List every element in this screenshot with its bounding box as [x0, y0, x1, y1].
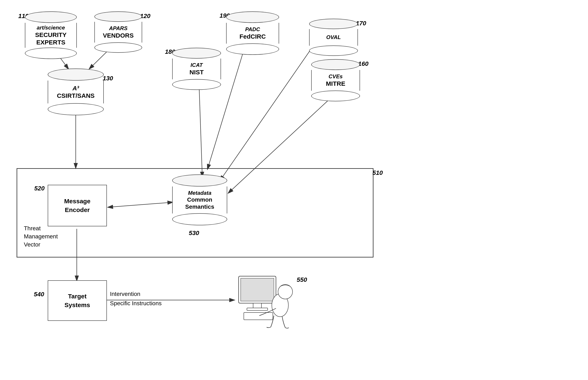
- fedcirc-main-label: FedCIRC: [239, 33, 266, 40]
- vendors-main-label: VENDORS: [103, 32, 134, 39]
- security-experts-main-label: SECURITYEXPERTS: [35, 31, 67, 46]
- common-semantics-node: Metadata CommonSemantics: [170, 174, 229, 225]
- computer-number: 550: [297, 276, 307, 283]
- oval-italic-label: OVAL: [326, 34, 341, 40]
- message-encoder-number: 520: [34, 185, 45, 192]
- computer-svg: [232, 274, 299, 330]
- mitre-italic-label: CVEs: [329, 73, 343, 80]
- target-systems-box: TargetSystems: [48, 280, 107, 321]
- intervention-label: Intervention: [110, 291, 140, 297]
- message-encoder-box: MessageEncoder: [48, 185, 107, 226]
- main-rect-number: 510: [373, 169, 383, 176]
- target-systems-number: 540: [34, 291, 44, 298]
- svg-line-6: [199, 88, 202, 177]
- diagram-container: art/science SECURITYEXPERTS 110 APARS VE…: [0, 0, 588, 380]
- vendors-italic-label: APARS: [109, 25, 127, 32]
- target-systems-label: TargetSystems: [65, 292, 90, 309]
- common-semantics-main-label: CommonSemantics: [185, 196, 214, 210]
- vendors-node: APARS VENDORS: [92, 11, 144, 53]
- nist-italic-label: ICAT: [191, 62, 203, 68]
- svg-rect-16: [244, 313, 273, 320]
- mitre-node: CVEs MITRE: [309, 59, 362, 101]
- oval-node: OVAL: [307, 19, 360, 56]
- fedcirc-node: PADC FedCIRC: [224, 11, 281, 55]
- nist-main-label: NIST: [189, 69, 204, 76]
- specific-instructions-label: Specific Instructions: [110, 300, 162, 307]
- svg-rect-13: [241, 278, 274, 301]
- svg-rect-15: [247, 308, 268, 310]
- threat-management-vector-label: ThreatManagementVector: [24, 224, 58, 249]
- svg-line-3: [89, 51, 108, 69]
- message-encoder-label: MessageEncoder: [64, 197, 90, 214]
- csirt-number: 130: [103, 75, 113, 82]
- fedcirc-italic-label: PADC: [245, 26, 260, 33]
- security-experts-node: art/science SECURITYEXPERTS: [23, 11, 79, 59]
- common-semantics-italic-label: Metadata: [188, 190, 212, 196]
- csirt-italic-label: A³: [72, 85, 79, 92]
- mitre-main-label: MITRE: [326, 80, 345, 87]
- computer-illustration: [232, 274, 299, 330]
- csirt-sans-node: A³ CSIRT/SANS: [46, 69, 106, 115]
- svg-line-7: [220, 49, 311, 181]
- nist-node: ICAT NIST: [170, 48, 223, 90]
- svg-rect-14: [253, 303, 261, 308]
- security-experts-italic-label: art/science: [37, 24, 65, 31]
- common-semantics-number: 530: [189, 229, 199, 237]
- csirt-main-label: CSIRT/SANS: [57, 92, 95, 99]
